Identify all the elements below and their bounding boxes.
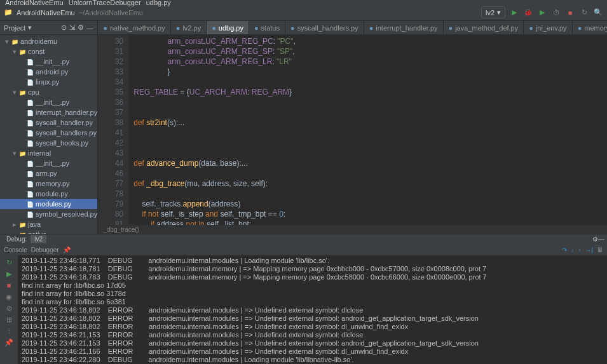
- editor-tab[interactable]: ●syscall_handlers.py: [285, 21, 364, 35]
- window-tab-1[interactable]: AndroidNativeEmu: [5, 0, 64, 6]
- mute-breakpoints-icon[interactable]: ⊘: [4, 304, 13, 313]
- tree-file[interactable]: module.py: [0, 189, 97, 199]
- tree-file[interactable]: modules.py: [0, 199, 97, 209]
- tree-twisty-icon[interactable]: ▾: [11, 48, 18, 56]
- debug-subtab-console[interactable]: Console: [4, 246, 27, 253]
- line-number[interactable]: 35: [98, 87, 123, 97]
- tree-twisty-icon[interactable]: ▾: [11, 88, 18, 97]
- code-line[interactable]: if address not in self._list_bpt:: [133, 219, 607, 225]
- collapse-all-icon[interactable]: ⇲: [69, 24, 75, 32]
- tree-file[interactable]: __init__.py: [0, 57, 97, 67]
- vcs-update-button[interactable]: ↻: [579, 8, 589, 18]
- code-line[interactable]: def advance_dump(data, base):...: [133, 158, 607, 168]
- line-number[interactable]: 38: [98, 118, 123, 128]
- code-line[interactable]: [133, 189, 607, 199]
- tree-file[interactable]: linux.py: [0, 77, 97, 87]
- tree-file[interactable]: interrupt_handler.py: [0, 107, 97, 118]
- line-number[interactable]: 30: [98, 36, 123, 46]
- breadcrumb-project[interactable]: AndroidNativeEmu: [17, 9, 75, 17]
- tree-file[interactable]: memory.py: [0, 179, 97, 189]
- run-button[interactable]: ▶: [509, 8, 519, 18]
- run-to-cursor-icon[interactable]: →|: [585, 246, 593, 253]
- search-button[interactable]: 🔍: [593, 8, 603, 18]
- tree-file[interactable]: syscall_handlers.py: [0, 128, 97, 138]
- line-number[interactable]: 31: [98, 46, 123, 57]
- coverage-button[interactable]: ▶: [537, 8, 547, 18]
- debug-subtab-debugger[interactable]: Debugger: [31, 246, 59, 253]
- code-line[interactable]: arm_const.UC_ARM_REG_SP: "SP",: [133, 46, 607, 57]
- profile-button[interactable]: ⏱: [551, 8, 561, 18]
- hide-icon[interactable]: —: [86, 24, 93, 32]
- tree-file[interactable]: android.py: [0, 67, 97, 77]
- editor-tab[interactable]: ●native_method.py: [98, 21, 171, 35]
- tree-file[interactable]: syscall_handler.py: [0, 118, 97, 128]
- line-number[interactable]: 43: [98, 148, 123, 158]
- code-line[interactable]: REG_TABLE = {UC_ARCH_ARM: REG_ARM}: [133, 87, 607, 97]
- editor-tab[interactable]: ●jni_env.py: [524, 21, 572, 35]
- code-line[interactable]: [133, 128, 607, 138]
- line-number[interactable]: 34: [98, 77, 123, 87]
- editor-tab[interactable]: ●status: [249, 21, 285, 35]
- line-number[interactable]: 36: [98, 97, 123, 107]
- line-number[interactable]: 77: [98, 179, 123, 189]
- code-line[interactable]: [133, 77, 607, 87]
- gear-icon[interactable]: ⚙: [78, 24, 84, 32]
- line-number[interactable]: 41: [98, 128, 123, 138]
- code-line[interactable]: def str2int(s):...: [133, 118, 607, 128]
- select-opened-file-icon[interactable]: ⊙: [61, 24, 67, 32]
- gear-icon[interactable]: ⚙: [592, 236, 598, 243]
- tree-twisty-icon[interactable]: ▾: [11, 149, 18, 158]
- tree-file[interactable]: symbol_resolved.py: [0, 209, 97, 219]
- stop-button[interactable]: ■: [565, 8, 575, 18]
- editor-tab[interactable]: ●java_method_def.py: [444, 21, 524, 35]
- code-line[interactable]: [133, 168, 607, 179]
- run-config-dropdown[interactable]: lv2 ▾: [481, 6, 505, 18]
- tree-twisty-icon[interactable]: ▾: [4, 37, 10, 46]
- line-number[interactable]: 81: [98, 219, 123, 225]
- code-line[interactable]: }: [133, 67, 607, 77]
- code-line[interactable]: self._tracks.append(address): [133, 199, 607, 209]
- editor-tab[interactable]: ●udbg.py: [207, 21, 249, 35]
- step-out-icon[interactable]: ↑: [578, 246, 581, 253]
- line-number[interactable]: 37: [98, 107, 123, 118]
- tree-file[interactable]: __init__.py: [0, 97, 97, 107]
- settings-icon[interactable]: ⋮: [4, 327, 13, 335]
- tree-folder[interactable]: ▾androidemu: [0, 36, 97, 46]
- code-line[interactable]: arm_const.UC_ARM_REG_PC: "PC",: [133, 36, 607, 46]
- window-tab-2[interactable]: UnicornTraceDebugger: [69, 0, 141, 6]
- tree-folder[interactable]: ▾internal: [0, 148, 97, 158]
- code-line[interactable]: [133, 107, 607, 118]
- code-line[interactable]: [133, 148, 607, 158]
- editor-breadcrumb[interactable]: _dbg_trace(): [98, 225, 607, 234]
- code-line[interactable]: [133, 138, 607, 148]
- code-line[interactable]: if not self._is_step and self._tmp_bpt =…: [133, 209, 607, 219]
- view-breakpoints-icon[interactable]: ◉: [4, 292, 13, 301]
- editor-tab[interactable]: ●interrupt_handler.py: [364, 21, 444, 35]
- line-number[interactable]: 32: [98, 57, 123, 67]
- code-line[interactable]: [133, 97, 607, 107]
- line-number[interactable]: 42: [98, 138, 123, 148]
- tree-folder[interactable]: ▸native: [0, 229, 97, 234]
- tree-twisty-icon[interactable]: ▸: [11, 220, 18, 229]
- line-number[interactable]: 80: [98, 209, 123, 219]
- hide-icon[interactable]: —: [598, 236, 604, 243]
- code-editor[interactable]: arm_const.UC_ARM_REG_PC: "PC", arm_const…: [128, 35, 607, 225]
- code-line[interactable]: def _dbg_trace(mu, address, size, self):: [133, 179, 607, 189]
- rerun-icon[interactable]: ↻: [4, 258, 13, 267]
- line-number[interactable]: 78: [98, 189, 123, 199]
- chevron-down-icon[interactable]: ▾: [28, 24, 32, 32]
- stop-icon[interactable]: ■: [4, 281, 13, 290]
- editor-tab[interactable]: ●memory_helpers.py: [573, 21, 607, 35]
- debug-button[interactable]: 🐞: [523, 8, 533, 18]
- line-number[interactable]: 44: [98, 158, 123, 168]
- line-number[interactable]: 46: [98, 168, 123, 179]
- tree-file[interactable]: arm.py: [0, 168, 97, 179]
- resume-icon[interactable]: ▶: [4, 269, 13, 278]
- tree-file[interactable]: syscall_hooks.py: [0, 138, 97, 148]
- evaluate-icon[interactable]: 🖩: [597, 246, 603, 253]
- console-output[interactable]: 2019-11-25 23:46:18,771 DEBUG androidemu…: [18, 255, 607, 364]
- tree-file[interactable]: __init__.py: [0, 158, 97, 168]
- layout-icon[interactable]: ⊞: [4, 315, 13, 324]
- window-tab-3[interactable]: udbg.py: [146, 0, 171, 6]
- debug-tab-current[interactable]: lv2: [31, 235, 46, 243]
